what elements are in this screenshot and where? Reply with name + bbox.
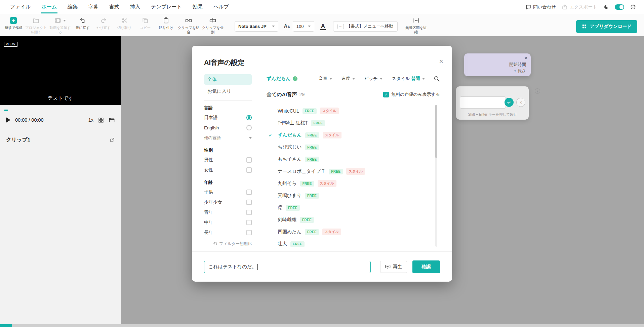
voice-row-7[interactable]: 冥鳴ひまりFREE xyxy=(267,190,433,202)
volume-dropdown[interactable]: 音量 xyxy=(319,76,332,82)
voice-row-4[interactable]: もち子さんFREE xyxy=(267,153,433,165)
cut-button[interactable]: 切り取り xyxy=(115,17,134,30)
subtitle-input[interactable] xyxy=(460,96,506,109)
gender-option-1[interactable]: 女性 xyxy=(204,165,252,175)
close-icon[interactable]: × xyxy=(524,55,527,61)
menu-item-2[interactable]: 編集 xyxy=(67,1,78,13)
font-family-select[interactable]: Noto Sans JP xyxy=(235,21,278,32)
confirm-button[interactable]: 確認 xyxy=(412,260,440,273)
radio-icon[interactable] xyxy=(246,125,252,130)
checkbox-icon[interactable] xyxy=(246,167,252,173)
free-only-checkbox[interactable]: ✓ 無料の声優のみ表示する xyxy=(383,91,440,97)
contact-button[interactable]: 問い合わせ xyxy=(526,4,556,10)
menubar-right: 問い合わせ エクスポート xyxy=(526,4,644,10)
voice-list-scrollbar[interactable] xyxy=(435,105,437,247)
grid-view-icon[interactable] xyxy=(98,117,104,123)
gender-option-0[interactable]: 男性 xyxy=(204,155,252,165)
frame-icon[interactable] xyxy=(109,117,115,123)
dark-mode-icon[interactable] xyxy=(603,4,609,10)
checkbox-icon[interactable] xyxy=(246,190,252,195)
open-external-icon[interactable] xyxy=(110,137,115,142)
playback-speed[interactable]: 1x xyxy=(88,117,93,123)
info-icon[interactable]: i xyxy=(293,76,297,81)
chevron-down-icon xyxy=(63,20,66,22)
open-project-button[interactable]: プロジェクトを開く xyxy=(25,17,47,34)
close-icon[interactable]: × xyxy=(439,58,443,65)
menu-item-4[interactable]: 書式 xyxy=(109,1,120,13)
checkbox-icon[interactable] xyxy=(246,210,252,215)
checkbox-icon[interactable] xyxy=(246,200,252,205)
menu-item-8[interactable]: ヘルプ xyxy=(213,1,230,13)
voice-row-5[interactable]: ナースロボ＿タイプＴFREEスタイル xyxy=(267,165,433,177)
cancel-icon[interactable]: × xyxy=(516,98,525,107)
pitch-dropdown[interactable]: ピッチ xyxy=(364,76,383,82)
age-option-4[interactable]: 長年 xyxy=(204,228,252,238)
age-option-0[interactable]: 子供 xyxy=(204,187,252,197)
voice-row-9[interactable]: 剣崎雌雄FREE xyxy=(267,214,433,226)
menu-item-5[interactable]: 挿入 xyxy=(129,1,141,13)
radio-icon[interactable] xyxy=(246,115,252,120)
speed-dropdown[interactable]: 速度 xyxy=(341,76,355,82)
preview-play-button[interactable]: 再生 xyxy=(380,261,407,273)
app-download-button[interactable]: アプリダウンロード xyxy=(576,20,637,33)
add-video-button[interactable]: 動画を追加する xyxy=(49,17,71,34)
split-clip-button[interactable]: クリップを分割 xyxy=(202,17,224,34)
play-icon[interactable] xyxy=(6,117,10,123)
playback-controls: 00:00 / 00:00 1x xyxy=(0,111,121,129)
info-icon[interactable]: i xyxy=(535,88,540,94)
age-option-1[interactable]: 少年少女 xyxy=(204,197,252,207)
menu-item-7[interactable]: 効果 xyxy=(192,1,203,13)
horizontal-scrollbar[interactable] xyxy=(0,324,644,327)
theme-toggle[interactable] xyxy=(615,4,624,10)
filter-reset-button[interactable]: フィルター初期化 xyxy=(204,241,252,247)
font-size-select[interactable]: 100 xyxy=(293,21,314,32)
voice-row-6[interactable]: 九州そらFREEスタイル xyxy=(267,177,433,190)
age-option-3[interactable]: 中年 xyxy=(204,217,252,228)
checkbox-icon[interactable] xyxy=(246,220,252,225)
voice-row-3[interactable]: ちび式じいFREE xyxy=(267,141,433,153)
voice-row-0[interactable]: WhiteCULFREEスタイル xyxy=(267,105,433,117)
text-cursor xyxy=(257,264,258,270)
checkbox-icon[interactable] xyxy=(246,157,252,163)
menu-item-3[interactable]: 字幕 xyxy=(88,1,99,13)
style-dropdown[interactable]: スタイル 普通 xyxy=(392,76,425,82)
settings-gear-icon[interactable] xyxy=(630,4,636,10)
scrollbar-thumb[interactable] xyxy=(0,324,12,327)
font-color-button[interactable]: A xyxy=(320,23,326,30)
language-option-0[interactable]: 日本語 xyxy=(204,113,252,123)
paste-button[interactable]: 貼り付け xyxy=(157,17,175,30)
redo-button[interactable]: やり直す xyxy=(94,17,113,30)
language-option-1[interactable]: English xyxy=(204,123,252,133)
tts-text-input[interactable]: これはテストなのだ。 xyxy=(204,261,371,273)
voice-row-11[interactable]: 壮大FREE xyxy=(267,238,433,247)
voice-row-1[interactable]: †聖騎士 紅桜†FREE xyxy=(267,117,433,129)
seek-thumb[interactable] xyxy=(4,110,8,111)
voice-row-10[interactable]: 四国めたんFREEスタイル xyxy=(267,226,433,238)
tab-all[interactable]: 全体 xyxy=(204,74,252,85)
scrollbar-thumb[interactable] xyxy=(435,105,437,158)
confirm-enter-button[interactable]: ↵ xyxy=(505,98,514,107)
more-languages[interactable]: 他の言語 xyxy=(204,133,252,143)
voice-list-header: 全てのAI音声 29 ✓ 無料の声優のみ表示する xyxy=(267,89,440,99)
menu-item-6[interactable]: テンプレート xyxy=(150,1,183,13)
tab-favorites[interactable]: お気に入り xyxy=(204,86,252,96)
menu-item-1[interactable]: ホーム xyxy=(41,1,57,13)
voice-row-8[interactable]: 凛FREE xyxy=(267,202,433,214)
clip-list-item[interactable]: クリップ1 xyxy=(0,133,121,147)
export-button[interactable]: エクスポート xyxy=(562,4,597,10)
checkbox-icon[interactable] xyxy=(246,230,252,235)
search-icon[interactable] xyxy=(434,76,440,82)
merge-clip-button[interactable]: クリップを結合 xyxy=(177,17,200,34)
copy-button[interactable]: コピー xyxy=(136,17,155,30)
length-label: + 長さ xyxy=(514,68,526,74)
new-project-button[interactable]: + 新規で作成 xyxy=(4,17,23,30)
voice-row-2[interactable]: ✓ずんだもんFREEスタイル xyxy=(267,129,433,141)
undo-button[interactable]: 元に戻す xyxy=(73,17,92,30)
seek-bar[interactable] xyxy=(0,110,121,111)
video-preview[interactable]: VIEW テストです xyxy=(0,36,121,105)
format-menu-button[interactable]: ⋯ 【書式】メニューへ移動 xyxy=(333,21,398,32)
age-option-2[interactable]: 青年 xyxy=(204,207,252,217)
menu-item-0[interactable]: ファイル xyxy=(9,1,31,13)
video-caption: テストです xyxy=(0,95,121,101)
shorten-silence-button[interactable]: 無音区間を短縮 xyxy=(405,17,427,34)
